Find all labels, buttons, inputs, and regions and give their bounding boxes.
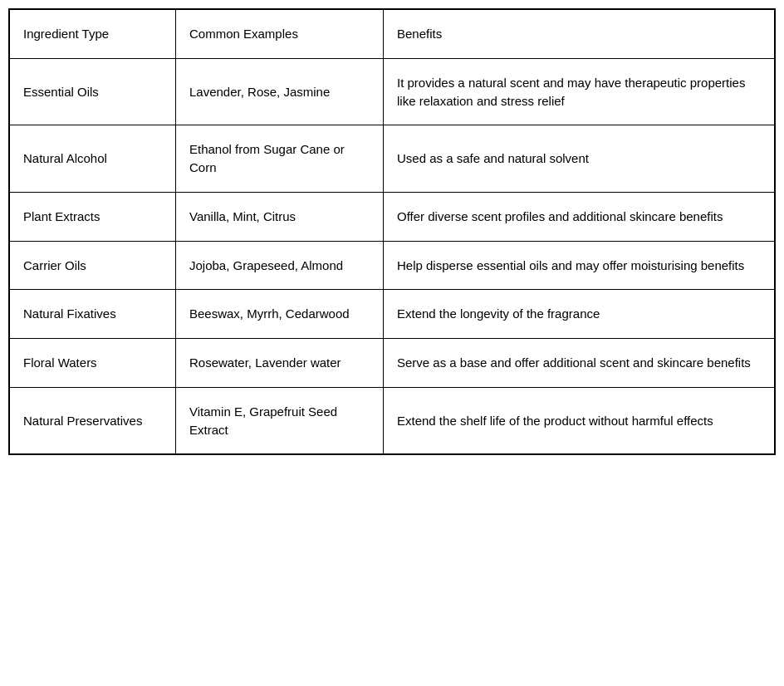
ingredient-type-cell-4: Natural Fixatives xyxy=(10,290,176,339)
benefits-cell-2: Offer diverse scent profiles and additio… xyxy=(384,192,775,241)
ingredient-type-cell-0: Essential Oils xyxy=(10,58,176,125)
ingredient-type-cell-5: Floral Waters xyxy=(10,339,176,388)
common-examples-cell-6: Vitamin E, Grapefruit Seed Extract xyxy=(176,387,384,454)
benefits-cell-0: It provides a natural scent and may have… xyxy=(384,58,775,125)
common-examples-cell-5: Rosewater, Lavender water xyxy=(176,339,384,388)
benefits-cell-3: Help disperse essential oils and may off… xyxy=(384,241,775,290)
common-examples-header: Common Examples xyxy=(176,10,384,59)
ingredient-type-header: Ingredient Type xyxy=(10,10,176,59)
benefits-header: Benefits xyxy=(384,10,775,59)
ingredient-type-cell-6: Natural Preservatives xyxy=(10,387,176,454)
table-row: Natural FixativesBeeswax, Myrrh, Cedarwo… xyxy=(10,290,775,339)
table-header-row: Ingredient Type Common Examples Benefits xyxy=(10,10,775,59)
table-row: Carrier OilsJojoba, Grapeseed, AlmondHel… xyxy=(10,241,775,290)
table-row: Natural PreservativesVitamin E, Grapefru… xyxy=(10,387,775,454)
benefits-cell-4: Extend the longevity of the fragrance xyxy=(384,290,775,339)
ingredient-table: Ingredient Type Common Examples Benefits… xyxy=(8,8,776,455)
common-examples-cell-3: Jojoba, Grapeseed, Almond xyxy=(176,241,384,290)
benefits-cell-6: Extend the shelf life of the product wit… xyxy=(384,387,775,454)
benefits-cell-5: Serve as a base and offer additional sce… xyxy=(384,339,775,388)
table-row: Plant ExtractsVanilla, Mint, CitrusOffer… xyxy=(10,192,775,241)
ingredient-type-cell-3: Carrier Oils xyxy=(10,241,176,290)
benefits-cell-1: Used as a safe and natural solvent xyxy=(384,125,775,193)
common-examples-cell-1: Ethanol from Sugar Cane or Corn xyxy=(176,125,384,193)
common-examples-cell-4: Beeswax, Myrrh, Cedarwood xyxy=(176,290,384,339)
common-examples-cell-2: Vanilla, Mint, Citrus xyxy=(176,192,384,241)
table-row: Floral WatersRosewater, Lavender waterSe… xyxy=(10,339,775,388)
common-examples-cell-0: Lavender, Rose, Jasmine xyxy=(176,58,384,125)
ingredient-type-cell-1: Natural Alcohol xyxy=(10,125,176,193)
table-row: Natural AlcoholEthanol from Sugar Cane o… xyxy=(10,125,775,193)
ingredient-type-cell-2: Plant Extracts xyxy=(10,192,176,241)
table-row: Essential OilsLavender, Rose, JasmineIt … xyxy=(10,58,775,125)
